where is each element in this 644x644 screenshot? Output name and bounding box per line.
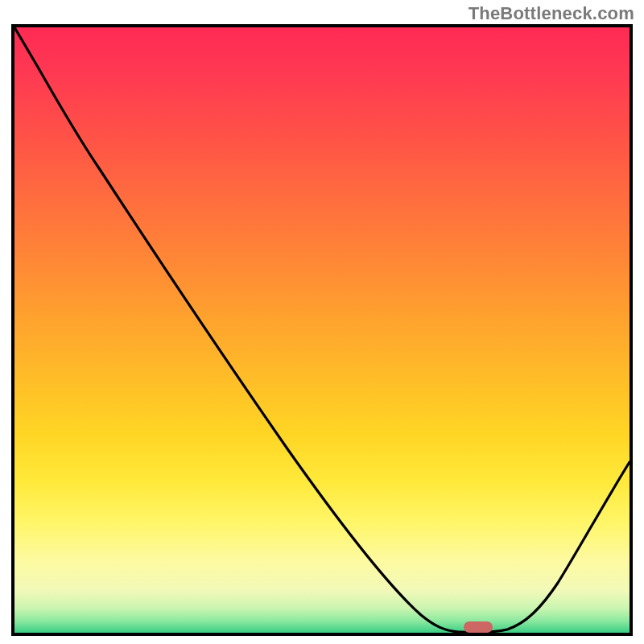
chart-container: TheBottleneck.com xyxy=(0,0,644,644)
curve-svg xyxy=(14,27,630,633)
bottleneck-curve-path xyxy=(14,27,630,633)
optimal-marker xyxy=(464,621,493,633)
plot-area xyxy=(14,27,630,633)
watermark-text: TheBottleneck.com xyxy=(469,3,634,24)
